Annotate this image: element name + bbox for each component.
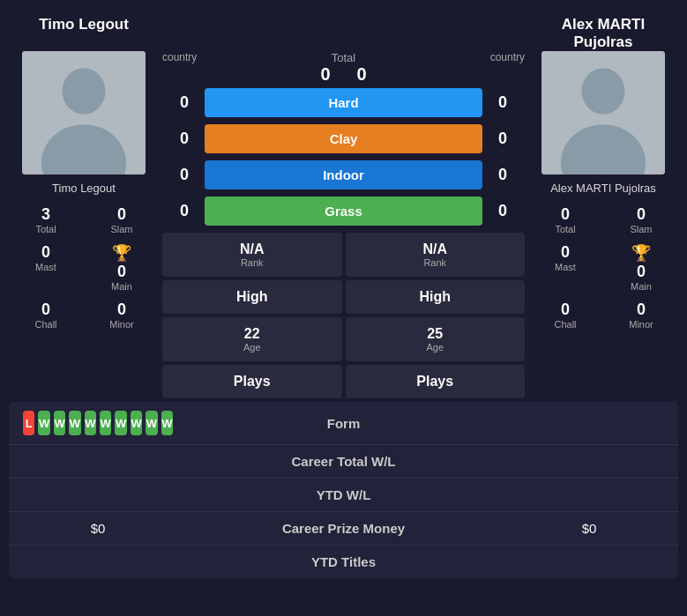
left-rank-box: N/A Rank [162,233,342,277]
form-badge: W [131,411,142,435]
left-total-label: Total [11,224,81,234]
right-player-name: Alex MARTI Pujolras [528,9,678,51]
right-mast-label: Mast [530,262,601,272]
left-slam-value: 0 [86,205,157,224]
right-plays-box: Plays [346,365,526,398]
right-total-value: 0 [530,205,601,224]
right-minor-cell: 0 Minor [604,297,678,333]
form-badge: W [161,411,173,435]
indoor-row: 0 Indoor 0 [162,157,525,193]
right-total-label: Total [530,224,601,234]
left-chall-label: Chall [11,319,81,330]
career-wl-row: Career Total W/L [9,445,678,479]
left-minor-label: Minor [86,319,157,330]
right-country-text: country [490,51,525,63]
right-trophy-icon: 🏆 [631,244,651,262]
clay-row: 0 Clay 0 [162,121,525,157]
left-total-value: 3 [11,205,81,224]
indoor-score-right: 0 [489,166,516,184]
left-level-value: High [169,289,335,305]
right-rank-label: Rank [353,257,519,268]
left-player-name: Timo Legout [9,9,159,33]
bottom-section: LWWWWWWWWW Form Career Total W/L YTD W/L… [9,402,678,578]
info-panel-right: N/A Rank High 25 Age Plays [346,233,526,398]
main-container: Timo Legout Alex MARTI Pujolras Timo Leg… [0,0,687,590]
right-mast-value: 0 [530,243,601,262]
center-column: country Total 0 0 country 0 Hard [159,51,528,402]
form-label: Form [173,416,514,431]
form-badge: W [115,411,126,435]
left-minor-cell: 0 Minor [85,297,159,333]
prize-row: $0 Career Prize Money $0 [9,512,678,545]
right-chall-label: Chall [530,319,601,330]
ytd-titles-label: YTD Titles [173,554,514,569]
right-age-label: Age [353,342,519,353]
left-mast-cell: 0 Mast [9,240,83,295]
prize-label: Career Prize Money [173,521,514,536]
left-rank-label: Rank [169,257,335,268]
total-score-right: 0 [357,64,367,85]
left-main-value: 0 [86,263,157,281]
right-level-value: High [353,289,519,305]
svg-point-2 [582,68,625,115]
left-slam-cell: 0 Slam [85,202,159,238]
svg-point-3 [561,124,646,174]
center-top: country Total 0 0 country [159,51,528,85]
left-plays-value: Plays [169,374,335,390]
hard-row: 0 Hard 0 [162,85,525,121]
clay-score-left: 0 [171,130,198,148]
left-chall-value: 0 [11,301,81,319]
indoor-score-left: 0 [171,166,198,184]
left-minor-value: 0 [86,301,157,319]
form-row: LWWWWWWWWW Form [9,402,678,445]
right-slam-label: Slam [606,224,676,234]
left-age-box: 22 Age [162,317,342,361]
right-slam-value: 0 [606,205,676,224]
left-mast-value: 0 [11,243,81,262]
left-age-value: 22 [169,326,335,342]
right-country: country [490,51,525,63]
left-main-label: Main [86,281,157,292]
left-mast-label: Mast [11,262,81,272]
svg-point-1 [41,124,126,174]
right-player-card: Alex MARTI Pujolras 0 Total 0 Slam 0 Mas… [528,51,678,402]
left-trophy-icon: 🏆 [112,244,131,262]
right-slam-cell: 0 Slam [604,202,678,238]
left-player-name-below: Timo Legout [52,182,116,195]
right-total-cell: 0 Total [528,202,602,238]
right-trophy-cell: 🏆 0 Main [604,240,678,295]
grass-score-right: 0 [489,202,516,220]
hard-score-right: 0 [489,93,516,112]
right-player-avatar [541,51,665,174]
left-country: country [162,51,197,63]
right-mast-cell: 0 Mast [528,240,602,295]
grass-row: 0 Grass 0 [162,193,525,229]
right-chall-cell: 0 Chall [528,297,602,333]
form-badges-left: LWWWWWWWWW [23,411,173,435]
form-badge: L [23,411,34,435]
surfaces-container: 0 Hard 0 0 Clay 0 0 Indoor 0 0 Grass [159,85,528,229]
left-player-avatar [22,51,146,174]
right-minor-value: 0 [606,301,676,319]
grass-button[interactable]: Grass [205,197,482,226]
hard-button[interactable]: Hard [205,88,482,117]
right-stats-grid: 0 Total 0 Slam 0 Mast 🏆 0 Main 0 [528,202,678,333]
left-country-text: country [162,51,197,63]
left-chall-cell: 0 Chall [9,297,83,333]
form-badge: W [38,411,49,435]
svg-point-0 [63,68,106,115]
left-age-label: Age [169,342,335,353]
form-badge: W [146,411,157,435]
left-trophy-cell: 🏆 0 Main [85,240,159,295]
right-rank-value: N/A [353,241,519,257]
indoor-button[interactable]: Indoor [205,160,482,189]
clay-button[interactable]: Clay [205,124,482,153]
clay-score-right: 0 [489,130,516,148]
ytd-wl-label: YTD W/L [173,487,514,502]
right-age-box: 25 Age [346,317,526,361]
right-rank-box: N/A Rank [346,233,526,277]
right-main-value: 0 [606,263,676,281]
ytd-titles-row: YTD Titles [9,545,678,578]
prize-right: $0 [514,521,664,536]
comparison-layout: Timo Legout 3 Total 0 Slam 0 Mast 🏆 0 M [9,51,678,402]
